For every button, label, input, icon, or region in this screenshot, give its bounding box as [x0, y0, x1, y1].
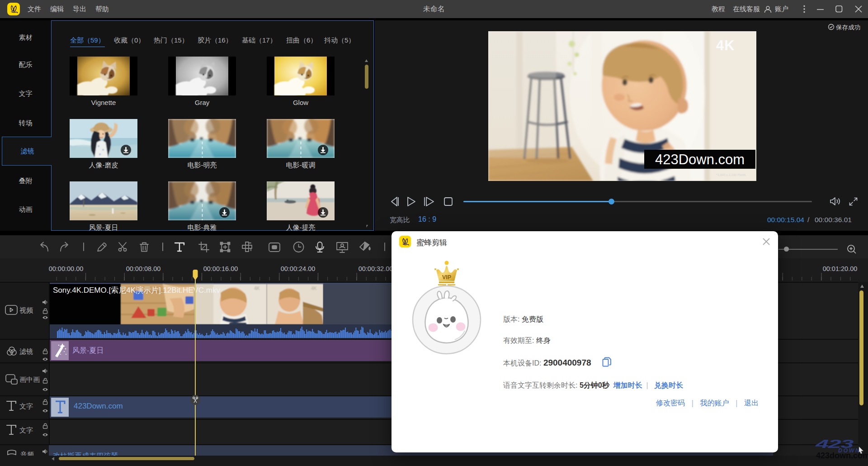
svg-text:*3,840 x 2,160 Pixels: *3,840 x 2,160 Pixels [716, 173, 746, 176]
svg-text:4K: 4K [716, 38, 735, 53]
svg-text:4K: 4K [254, 286, 260, 291]
svg-text:423Down.com: 423Down.com [655, 152, 745, 167]
svg-text:VIP: VIP [442, 274, 451, 281]
svg-text:4K: 4K [311, 286, 317, 291]
